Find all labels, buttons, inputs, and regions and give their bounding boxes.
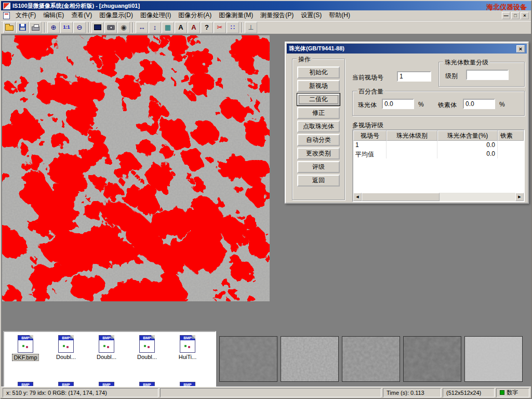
thumbnail-2[interactable] — [281, 336, 339, 382]
menu-edit[interactable]: 编辑(E) — [39, 10, 68, 21]
video-display-icon[interactable] — [91, 22, 104, 33]
multifield-table: 视场号 珠光体级别 珠光体含量(%) 铁素 1 0.0 平均值 — [352, 129, 525, 202]
scrollbar-track[interactable] — [440, 193, 515, 201]
binarize-button[interactable]: 二值化 — [297, 94, 340, 105]
menu-measure-report[interactable]: 测量报告(P) — [257, 10, 297, 21]
cell-content: 0.0 — [437, 141, 498, 150]
table-body: 1 0.0 平均值 0.0 — [353, 141, 524, 184]
menu-image-display[interactable]: 图像显示(D) — [96, 10, 137, 21]
grid-measure-icon[interactable]: ▦ — [162, 22, 174, 33]
rate-button[interactable]: 评级 — [297, 161, 340, 173]
grade-label: 级别 — [445, 72, 458, 81]
measure-horizontal-icon[interactable]: ↔ — [136, 22, 148, 33]
pick-pearlite-button[interactable]: 点取珠光体 — [297, 121, 340, 132]
dialog-title: 珠光体(GB/T9441-88) — [289, 45, 516, 52]
metallographic-image[interactable] — [2, 35, 270, 301]
status-mode: 数字 — [496, 388, 529, 397]
cell-content: 0.0 — [437, 150, 498, 158]
dialog-title-bar[interactable]: 珠光体(GB/T9441-88) × — [287, 44, 527, 54]
file-item[interactable]: BMP Doubl... — [86, 335, 127, 361]
thumbnail-1[interactable] — [219, 336, 277, 382]
menu-file[interactable]: 文件(F) — [12, 10, 39, 21]
help-icon[interactable]: ? — [201, 22, 213, 33]
menu-image-measure[interactable]: 图像测量(M) — [215, 10, 257, 21]
actual-size-icon[interactable]: 1:1 — [60, 22, 73, 33]
new-field-button[interactable]: 新视场 — [297, 80, 340, 92]
menu-settings[interactable]: 设置(S) — [297, 10, 325, 21]
bmp-file-icon: BMP — [18, 335, 33, 353]
scrollbar-thumb[interactable] — [362, 193, 440, 201]
file-item[interactable]: BMP Doubl... — [127, 335, 167, 361]
points-icon[interactable]: ∷ — [227, 22, 239, 33]
header-pearlite-grade[interactable]: 珠光体级别 — [387, 130, 437, 141]
grade-input[interactable] — [466, 70, 509, 80]
bmp-file-icon: BMP — [180, 335, 195, 353]
table-row[interactable]: 平均值 0.0 — [353, 150, 524, 158]
table-row[interactable]: 1 0.0 — [353, 141, 524, 150]
print-icon[interactable] — [29, 22, 42, 33]
camera-icon[interactable] — [104, 22, 117, 33]
watermark-text: 海北仪器设备 — [486, 3, 527, 12]
file-item[interactable]: BMP HuiTi... — [167, 335, 208, 361]
header-field-no[interactable]: 视场号 — [353, 130, 387, 141]
status-time: Time (s): 0.113 — [383, 388, 441, 397]
dialog-close-icon[interactable]: × — [516, 45, 525, 52]
minimize-icon[interactable]: — — [502, 12, 510, 19]
bottom-panel: BMP DKF.bmp BMP Doubl... BMP Doubl... BM… — [1, 329, 531, 389]
scroll-left-icon[interactable]: ◀ — [353, 193, 362, 201]
capture-icon[interactable]: ◉ — [117, 22, 130, 33]
file-item[interactable]: BMP Doubl... — [46, 335, 86, 361]
change-class-button[interactable]: 更改类别 — [297, 148, 340, 159]
header-ferrite[interactable]: 铁素 — [498, 130, 524, 141]
bmp-file-icon: BMP — [99, 335, 114, 353]
thumbnail-3[interactable] — [342, 336, 400, 382]
initialize-button[interactable]: 初始化 — [297, 66, 340, 78]
thumbnail-4[interactable] — [403, 336, 461, 382]
bmp-file-icon: BMP — [58, 335, 74, 353]
menu-image-process[interactable]: 图像处理(I) — [137, 10, 175, 21]
auto-classify-button[interactable]: 自动分类 — [297, 134, 340, 146]
percent-group: 百分含量 珠光体 % 铁素体 % — [352, 91, 525, 116]
return-button[interactable]: 返回 — [297, 175, 340, 187]
scroll-right-icon[interactable]: ▶ — [515, 193, 524, 201]
grade-legend: 珠光体数量分级 — [443, 58, 490, 67]
workspace: 珠光体(GB/T9441-88) × 操作 初始化 新视场 二值化 修正 点取珠… — [1, 34, 531, 329]
cut-icon[interactable]: ✂ — [214, 22, 226, 33]
file-item[interactable]: BMP DKF.bmp — [5, 335, 46, 361]
folder-icon — [5, 25, 14, 31]
file-name: Doubl... — [55, 354, 77, 360]
cell-ferrite — [498, 150, 524, 158]
ferrite-input[interactable] — [463, 99, 495, 109]
ferrite-unit: % — [499, 101, 505, 108]
measure-vertical-icon[interactable]: ↕ — [149, 22, 161, 33]
header-pearlite-content[interactable]: 珠光体含量(%) — [437, 130, 498, 141]
thumbnail-5[interactable] — [464, 336, 523, 382]
display-icon — [94, 24, 101, 30]
percent-legend: 百分含量 — [357, 87, 385, 96]
text-annotate-icon[interactable]: A — [175, 22, 187, 33]
restore-icon[interactable]: □ — [511, 12, 520, 19]
correct-button[interactable]: 修正 — [297, 107, 340, 119]
window-title: IS100显微摄像系统(金相分析版) - [zhuguangti01] — [12, 2, 140, 10]
file-name: Doubl... — [136, 354, 158, 360]
menu-image-analysis[interactable]: 图像分析(A) — [175, 10, 215, 21]
title-bar: IS100显微摄像系统(金相分析版) - [zhuguangti01] 海北仪器… — [1, 1, 531, 10]
zoom-out-icon[interactable]: ⊖ — [73, 22, 86, 33]
save-icon[interactable] — [16, 22, 29, 33]
current-field-input[interactable] — [397, 71, 431, 82]
toolbar-separator — [242, 22, 243, 33]
close-icon[interactable]: × — [521, 12, 529, 19]
zoom-in-icon[interactable]: ⊕ — [47, 22, 60, 33]
open-icon[interactable] — [3, 22, 16, 33]
menu-view[interactable]: 查看(V) — [68, 10, 96, 21]
caliper-icon[interactable]: ⊥ — [245, 22, 257, 33]
pearlite-input[interactable] — [382, 99, 414, 109]
menu-help[interactable]: 帮助(H) — [325, 10, 354, 21]
status-bar: x: 510 y: 79 idx: 0 RGB: (174, 174, 174)… — [1, 387, 531, 398]
font-icon[interactable]: A — [188, 22, 200, 33]
status-position: x: 510 y: 79 idx: 0 RGB: (174, 174, 174) — [3, 388, 158, 397]
file-row: BMP DKF.bmp BMP Doubl... BMP Doubl... BM… — [5, 335, 208, 361]
child-document-icon[interactable] — [3, 12, 10, 19]
camera-body-icon — [107, 25, 115, 30]
horizontal-scrollbar[interactable]: ◀ ▶ — [353, 193, 524, 201]
